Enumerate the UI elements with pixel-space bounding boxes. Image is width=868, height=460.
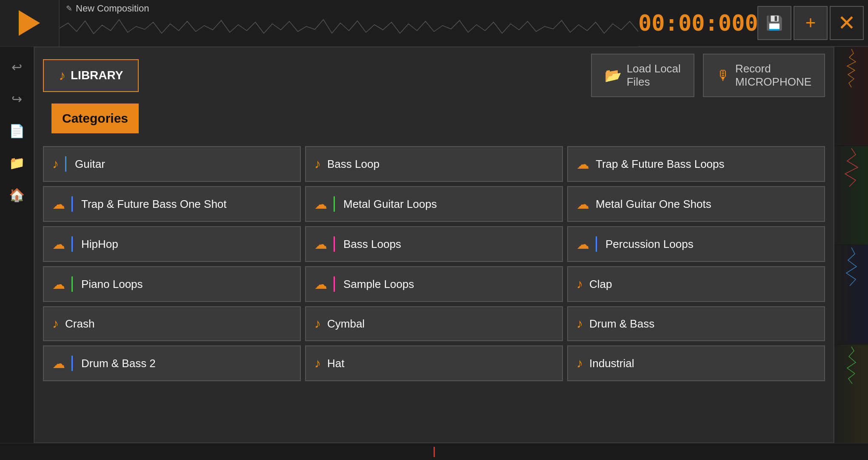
sample-loops-cloud-icon: ☁ [314, 277, 327, 292]
guitar-divider [65, 156, 66, 172]
top-right-buttons: 💾 + ✕ [757, 6, 868, 40]
drum-bass-2-divider [71, 356, 73, 371]
save-button[interactable]: 💾 [757, 6, 791, 40]
crash-label: Crash [65, 317, 94, 331]
guitar-label: Guitar [75, 158, 105, 171]
categories-header-container: Categories [43, 104, 825, 140]
categories-grid: ♪Guitar♪Bass Loop☁Trap & Future Bass Loo… [34, 146, 834, 381]
percussion-loops-cloud-icon: ☁ [577, 237, 589, 252]
category-item-hiphop[interactable]: ☁HipHop [43, 226, 301, 262]
cymbal-label: Cymbal [327, 317, 365, 331]
composition-title: New Composition [76, 3, 149, 14]
category-item-clap[interactable]: ♪Clap [567, 266, 825, 302]
metal-guitar-one-shots-cloud-icon: ☁ [577, 197, 589, 212]
category-item-piano-loops[interactable]: ☁Piano Loops [43, 266, 301, 302]
load-local-files-button[interactable]: 📂 Load Local Files [591, 54, 694, 97]
category-item-crash[interactable]: ♪Crash [43, 306, 301, 341]
hiphop-label: HipHop [81, 238, 118, 251]
drum-bass-2-cloud-icon: ☁ [52, 356, 65, 371]
category-item-percussion-loops[interactable]: ☁Percussion Loops [567, 226, 825, 262]
library-header: ♪ LIBRARY 📂 Load Local Files 🎙 Record MI… [34, 47, 834, 104]
drum-bass-2-label: Drum & Bass 2 [81, 357, 156, 370]
sidebar-folder-icon[interactable]: 📁 [5, 151, 29, 175]
trap-future-bass-one-shot-cloud-icon: ☁ [52, 197, 65, 212]
load-files-label: Load Local Files [627, 62, 681, 89]
industrial-music-icon: ♪ [577, 356, 583, 371]
sample-loops-label: Sample Loops [343, 278, 414, 291]
sidebar-back-icon[interactable]: ↩ [5, 55, 29, 79]
metal-guitar-loops-divider [334, 196, 335, 212]
piano-loops-cloud-icon: ☁ [52, 277, 65, 292]
clap-music-icon: ♪ [577, 277, 583, 291]
library-tab[interactable]: ♪ LIBRARY [43, 59, 139, 92]
folder-icon: 📂 [605, 67, 622, 83]
category-item-bass-loop[interactable]: ♪Bass Loop [305, 146, 563, 182]
bass-loops-divider [334, 236, 335, 252]
close-button[interactable]: ✕ [830, 6, 864, 40]
category-item-drum-bass-2[interactable]: ☁Drum & Bass 2 [43, 345, 301, 381]
metal-guitar-loops-label: Metal Guitar Loops [343, 198, 437, 211]
record-microphone-button[interactable]: 🎙 Record MICROPHONE [703, 54, 825, 97]
category-item-metal-guitar-one-shots[interactable]: ☁Metal Guitar One Shots [567, 186, 825, 222]
composition-label: ✎ New Composition [66, 3, 149, 14]
categories-header: Categories [51, 104, 139, 133]
drum-bass-label: Drum & Bass [589, 317, 654, 331]
category-item-bass-loops[interactable]: ☁Bass Loops [305, 226, 563, 262]
drum-bass-music-icon: ♪ [577, 316, 583, 331]
metal-guitar-one-shots-label: Metal Guitar One Shots [596, 198, 711, 211]
piano-loops-divider [71, 276, 73, 292]
top-bar: ✎ New Composition 00:00:000 💾 + ✕ [0, 0, 868, 47]
category-item-trap-future-bass-one-shot[interactable]: ☁Trap & Future Bass One Shot [43, 186, 301, 222]
piano-loops-label: Piano Loops [81, 278, 143, 291]
library-tab-label: LIBRARY [71, 69, 123, 82]
trap-future-bass-one-shot-divider [71, 196, 73, 212]
library-panel: ♪ LIBRARY 📂 Load Local Files 🎙 Record MI… [34, 47, 834, 443]
metal-guitar-loops-cloud-icon: ☁ [314, 197, 327, 212]
pencil-icon: ✎ [66, 4, 72, 13]
category-item-drum-bass[interactable]: ♪Drum & Bass [567, 306, 825, 341]
sample-loops-divider [334, 276, 335, 292]
play-triangle-icon [19, 10, 40, 36]
hiphop-divider [71, 236, 73, 252]
industrial-label: Industrial [589, 357, 634, 370]
right-waveform-3 [834, 245, 868, 344]
percussion-loops-label: Percussion Loops [605, 238, 694, 251]
left-sidebar: ↩ ↪ 📄 📁 🏠 [0, 47, 34, 443]
add-button[interactable]: + [794, 6, 828, 40]
waveform-visualization [60, 14, 638, 42]
bass-loops-label: Bass Loops [343, 238, 401, 251]
playhead-indicator [434, 447, 435, 457]
right-waveform-2 [834, 146, 868, 244]
play-button[interactable] [0, 0, 60, 46]
crash-music-icon: ♪ [52, 316, 59, 331]
guitar-music-icon: ♪ [52, 157, 59, 171]
sidebar-file-icon[interactable]: 📄 [5, 119, 29, 143]
clap-label: Clap [589, 278, 612, 291]
right-waveform-1 [834, 47, 868, 145]
microphone-icon: 🎙 [717, 68, 730, 83]
sidebar-forward-icon[interactable]: ↪ [5, 87, 29, 111]
music-note-icon: ♪ [59, 68, 66, 83]
category-item-sample-loops[interactable]: ☁Sample Loops [305, 266, 563, 302]
right-sidebar [834, 47, 868, 443]
right-waveform-4 [834, 345, 868, 443]
category-item-guitar[interactable]: ♪Guitar [43, 146, 301, 182]
waveform-area: ✎ New Composition [60, 0, 638, 46]
bottom-bar [0, 443, 868, 460]
category-item-cymbal[interactable]: ♪Cymbal [305, 306, 563, 341]
trap-future-bass-loops-cloud-icon: ☁ [577, 157, 589, 172]
hiphop-cloud-icon: ☁ [52, 237, 65, 252]
hat-music-icon: ♪ [314, 356, 321, 371]
sidebar-home-icon[interactable]: 🏠 [5, 183, 29, 207]
record-label: Record MICROPHONE [735, 62, 811, 89]
category-item-hat[interactable]: ♪Hat [305, 345, 563, 381]
hat-label: Hat [327, 357, 344, 370]
category-item-industrial[interactable]: ♪Industrial [567, 345, 825, 381]
trap-future-bass-one-shot-label: Trap & Future Bass One Shot [81, 198, 227, 211]
category-item-metal-guitar-loops[interactable]: ☁Metal Guitar Loops [305, 186, 563, 222]
bass-loop-music-icon: ♪ [314, 157, 321, 171]
bass-loops-cloud-icon: ☁ [314, 237, 327, 252]
cymbal-music-icon: ♪ [314, 316, 321, 331]
category-item-trap-future-bass-loops[interactable]: ☁Trap & Future Bass Loops [567, 146, 825, 182]
percussion-loops-divider [596, 236, 597, 252]
